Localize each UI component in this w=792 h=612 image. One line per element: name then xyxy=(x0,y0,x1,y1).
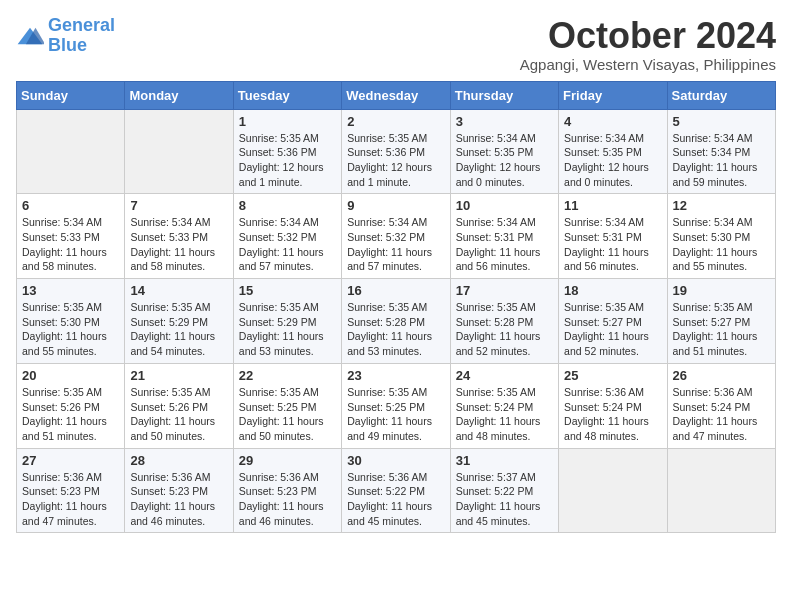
day-info: Sunrise: 5:37 AM Sunset: 5:22 PM Dayligh… xyxy=(456,470,553,529)
day-number: 20 xyxy=(22,368,119,383)
day-info: Sunrise: 5:34 AM Sunset: 5:32 PM Dayligh… xyxy=(347,215,444,274)
day-number: 14 xyxy=(130,283,227,298)
calendar-cell: 29Sunrise: 5:36 AM Sunset: 5:23 PM Dayli… xyxy=(233,448,341,533)
calendar-body: 1Sunrise: 5:35 AM Sunset: 5:36 PM Daylig… xyxy=(17,109,776,533)
calendar-week-row: 13Sunrise: 5:35 AM Sunset: 5:30 PM Dayli… xyxy=(17,279,776,364)
calendar-cell: 23Sunrise: 5:35 AM Sunset: 5:25 PM Dayli… xyxy=(342,363,450,448)
calendar-cell: 11Sunrise: 5:34 AM Sunset: 5:31 PM Dayli… xyxy=(559,194,667,279)
day-info: Sunrise: 5:35 AM Sunset: 5:27 PM Dayligh… xyxy=(564,300,661,359)
day-info: Sunrise: 5:34 AM Sunset: 5:35 PM Dayligh… xyxy=(456,131,553,190)
day-info: Sunrise: 5:35 AM Sunset: 5:30 PM Dayligh… xyxy=(22,300,119,359)
day-info: Sunrise: 5:35 AM Sunset: 5:28 PM Dayligh… xyxy=(347,300,444,359)
calendar-cell xyxy=(559,448,667,533)
month-title: October 2024 xyxy=(520,16,776,56)
day-info: Sunrise: 5:36 AM Sunset: 5:23 PM Dayligh… xyxy=(22,470,119,529)
calendar-cell: 31Sunrise: 5:37 AM Sunset: 5:22 PM Dayli… xyxy=(450,448,558,533)
weekday-header: Saturday xyxy=(667,81,775,109)
calendar-week-row: 27Sunrise: 5:36 AM Sunset: 5:23 PM Dayli… xyxy=(17,448,776,533)
calendar-cell xyxy=(125,109,233,194)
day-info: Sunrise: 5:36 AM Sunset: 5:23 PM Dayligh… xyxy=(130,470,227,529)
day-info: Sunrise: 5:35 AM Sunset: 5:29 PM Dayligh… xyxy=(239,300,336,359)
calendar-week-row: 1Sunrise: 5:35 AM Sunset: 5:36 PM Daylig… xyxy=(17,109,776,194)
calendar-cell: 2Sunrise: 5:35 AM Sunset: 5:36 PM Daylig… xyxy=(342,109,450,194)
calendar-cell: 30Sunrise: 5:36 AM Sunset: 5:22 PM Dayli… xyxy=(342,448,450,533)
day-info: Sunrise: 5:35 AM Sunset: 5:26 PM Dayligh… xyxy=(130,385,227,444)
day-number: 11 xyxy=(564,198,661,213)
day-info: Sunrise: 5:35 AM Sunset: 5:25 PM Dayligh… xyxy=(239,385,336,444)
calendar-cell: 15Sunrise: 5:35 AM Sunset: 5:29 PM Dayli… xyxy=(233,279,341,364)
calendar-cell: 16Sunrise: 5:35 AM Sunset: 5:28 PM Dayli… xyxy=(342,279,450,364)
logo-line1: General xyxy=(48,15,115,35)
day-number: 4 xyxy=(564,114,661,129)
day-number: 24 xyxy=(456,368,553,383)
calendar-cell: 28Sunrise: 5:36 AM Sunset: 5:23 PM Dayli… xyxy=(125,448,233,533)
day-info: Sunrise: 5:35 AM Sunset: 5:26 PM Dayligh… xyxy=(22,385,119,444)
day-info: Sunrise: 5:34 AM Sunset: 5:30 PM Dayligh… xyxy=(673,215,770,274)
day-number: 16 xyxy=(347,283,444,298)
logo-line2: Blue xyxy=(48,35,87,55)
day-info: Sunrise: 5:34 AM Sunset: 5:32 PM Dayligh… xyxy=(239,215,336,274)
day-number: 6 xyxy=(22,198,119,213)
day-number: 25 xyxy=(564,368,661,383)
day-number: 2 xyxy=(347,114,444,129)
day-info: Sunrise: 5:35 AM Sunset: 5:24 PM Dayligh… xyxy=(456,385,553,444)
weekday-header: Tuesday xyxy=(233,81,341,109)
page-header: General Blue October 2024 Agpangi, Weste… xyxy=(16,16,776,73)
calendar-header: SundayMondayTuesdayWednesdayThursdayFrid… xyxy=(17,81,776,109)
calendar-table: SundayMondayTuesdayWednesdayThursdayFrid… xyxy=(16,81,776,534)
calendar-cell: 12Sunrise: 5:34 AM Sunset: 5:30 PM Dayli… xyxy=(667,194,775,279)
weekday-header: Wednesday xyxy=(342,81,450,109)
weekday-header: Friday xyxy=(559,81,667,109)
day-number: 18 xyxy=(564,283,661,298)
calendar-cell: 20Sunrise: 5:35 AM Sunset: 5:26 PM Dayli… xyxy=(17,363,125,448)
day-number: 22 xyxy=(239,368,336,383)
day-number: 7 xyxy=(130,198,227,213)
day-info: Sunrise: 5:34 AM Sunset: 5:33 PM Dayligh… xyxy=(130,215,227,274)
calendar-cell: 25Sunrise: 5:36 AM Sunset: 5:24 PM Dayli… xyxy=(559,363,667,448)
day-number: 8 xyxy=(239,198,336,213)
day-number: 9 xyxy=(347,198,444,213)
calendar-cell: 7Sunrise: 5:34 AM Sunset: 5:33 PM Daylig… xyxy=(125,194,233,279)
calendar-cell: 5Sunrise: 5:34 AM Sunset: 5:34 PM Daylig… xyxy=(667,109,775,194)
day-number: 21 xyxy=(130,368,227,383)
day-info: Sunrise: 5:36 AM Sunset: 5:24 PM Dayligh… xyxy=(673,385,770,444)
day-number: 19 xyxy=(673,283,770,298)
calendar-cell: 19Sunrise: 5:35 AM Sunset: 5:27 PM Dayli… xyxy=(667,279,775,364)
day-info: Sunrise: 5:35 AM Sunset: 5:36 PM Dayligh… xyxy=(347,131,444,190)
calendar-cell: 24Sunrise: 5:35 AM Sunset: 5:24 PM Dayli… xyxy=(450,363,558,448)
calendar-cell: 26Sunrise: 5:36 AM Sunset: 5:24 PM Dayli… xyxy=(667,363,775,448)
day-number: 31 xyxy=(456,453,553,468)
weekday-header: Thursday xyxy=(450,81,558,109)
logo-icon xyxy=(16,25,44,47)
calendar-week-row: 20Sunrise: 5:35 AM Sunset: 5:26 PM Dayli… xyxy=(17,363,776,448)
calendar-cell xyxy=(667,448,775,533)
day-info: Sunrise: 5:35 AM Sunset: 5:25 PM Dayligh… xyxy=(347,385,444,444)
day-info: Sunrise: 5:34 AM Sunset: 5:31 PM Dayligh… xyxy=(456,215,553,274)
calendar-cell xyxy=(17,109,125,194)
day-info: Sunrise: 5:34 AM Sunset: 5:31 PM Dayligh… xyxy=(564,215,661,274)
day-info: Sunrise: 5:36 AM Sunset: 5:23 PM Dayligh… xyxy=(239,470,336,529)
day-info: Sunrise: 5:35 AM Sunset: 5:29 PM Dayligh… xyxy=(130,300,227,359)
day-number: 10 xyxy=(456,198,553,213)
day-number: 3 xyxy=(456,114,553,129)
day-info: Sunrise: 5:36 AM Sunset: 5:24 PM Dayligh… xyxy=(564,385,661,444)
calendar-cell: 13Sunrise: 5:35 AM Sunset: 5:30 PM Dayli… xyxy=(17,279,125,364)
day-info: Sunrise: 5:34 AM Sunset: 5:33 PM Dayligh… xyxy=(22,215,119,274)
day-number: 12 xyxy=(673,198,770,213)
day-info: Sunrise: 5:35 AM Sunset: 5:28 PM Dayligh… xyxy=(456,300,553,359)
calendar-cell: 6Sunrise: 5:34 AM Sunset: 5:33 PM Daylig… xyxy=(17,194,125,279)
calendar-cell: 1Sunrise: 5:35 AM Sunset: 5:36 PM Daylig… xyxy=(233,109,341,194)
day-info: Sunrise: 5:34 AM Sunset: 5:35 PM Dayligh… xyxy=(564,131,661,190)
location-subtitle: Agpangi, Western Visayas, Philippines xyxy=(520,56,776,73)
day-info: Sunrise: 5:35 AM Sunset: 5:27 PM Dayligh… xyxy=(673,300,770,359)
weekday-header: Monday xyxy=(125,81,233,109)
calendar-cell: 3Sunrise: 5:34 AM Sunset: 5:35 PM Daylig… xyxy=(450,109,558,194)
logo: General Blue xyxy=(16,16,115,56)
calendar-cell: 21Sunrise: 5:35 AM Sunset: 5:26 PM Dayli… xyxy=(125,363,233,448)
day-number: 30 xyxy=(347,453,444,468)
day-number: 17 xyxy=(456,283,553,298)
calendar-cell: 10Sunrise: 5:34 AM Sunset: 5:31 PM Dayli… xyxy=(450,194,558,279)
day-number: 23 xyxy=(347,368,444,383)
calendar-cell: 4Sunrise: 5:34 AM Sunset: 5:35 PM Daylig… xyxy=(559,109,667,194)
calendar-cell: 18Sunrise: 5:35 AM Sunset: 5:27 PM Dayli… xyxy=(559,279,667,364)
